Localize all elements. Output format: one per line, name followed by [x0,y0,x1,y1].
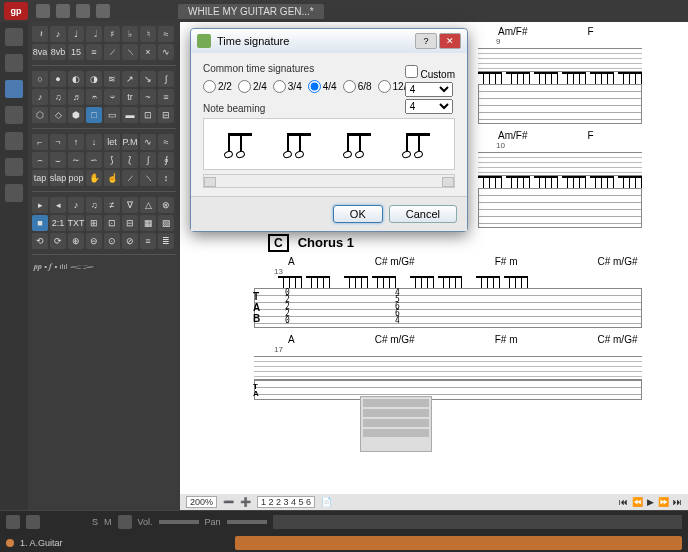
sig-option-3-4[interactable]: 3/4 [273,80,302,93]
tool-icon[interactable]: let [104,134,120,150]
add-track-icon[interactable] [6,515,20,529]
tool-icon[interactable]: ▭ [104,107,120,123]
toolbar-icon[interactable] [96,4,110,18]
tool-icon[interactable]: ⊕ [68,233,84,249]
tool-icon[interactable]: ♪ [50,26,66,42]
toolbar-icon[interactable] [76,4,90,18]
tool-icon[interactable]: ∿ [158,44,174,60]
cancel-button[interactable]: Cancel [389,205,457,223]
tool-icon[interactable]: ↗ [122,71,138,87]
tool-icon[interactable]: ⊡ [104,215,120,231]
tool-icon[interactable]: ⬡ [32,107,48,123]
tool-icon[interactable]: ↓ [86,134,102,150]
tool-icon[interactable]: △ [140,197,156,213]
tool-icon[interactable]: ♭ [122,26,138,42]
tool-icon[interactable]: TXT [68,215,84,231]
guitar-icon[interactable] [5,54,23,72]
sig-option-2-2[interactable]: 2/2 [203,80,232,93]
edit-icon[interactable] [5,80,23,98]
tool-icon[interactable]: 8vb [50,44,66,60]
sig-option-6-8[interactable]: 6/8 [343,80,372,93]
tool-icon[interactable]: ⊗ [158,197,174,213]
tool-icon[interactable]: ♪ [32,89,48,105]
tool-icon[interactable]: 2:1 [50,215,66,231]
tool-icon[interactable]: P.M [122,134,138,150]
sig-option-4-4[interactable]: 4/4 [308,80,337,93]
zoom-in-icon[interactable]: ➕ [240,497,251,507]
mute-label[interactable]: M [104,517,112,527]
zoom-percent[interactable]: 200% [186,496,217,508]
tool-icon[interactable]: 𝄑 [104,89,120,105]
tool-icon[interactable]: tr [122,89,138,105]
tool-icon[interactable]: ⊟ [122,215,138,231]
tool-icon[interactable]: ∫ [158,71,174,87]
tool-icon[interactable]: □ [86,107,102,123]
forward-icon[interactable]: ⏩ [658,497,669,507]
tool-icon[interactable]: ▬ [122,107,138,123]
ok-button[interactable]: OK [333,205,383,223]
tool-icon[interactable]: 𝄽 [32,26,48,42]
tool-icon[interactable]: ≣ [158,233,174,249]
tool-icon[interactable]: ≋ [104,71,120,87]
dialog-titlebar[interactable]: Time signature ? ✕ [191,29,467,53]
tool-icon[interactable]: ⊙ [104,233,120,249]
tool-icon[interactable]: ⟋ [122,170,138,186]
tool-icon[interactable]: ⟍ [140,170,156,186]
tool-icon[interactable]: ⊞ [86,215,102,231]
rewind-icon[interactable]: ⏪ [632,497,643,507]
help-icon[interactable]: ? [415,33,437,49]
toolbar-icon[interactable] [56,4,70,18]
tool-icon[interactable]: ▦ [140,215,156,231]
play-icon[interactable]: ▶ [647,497,654,507]
tool-icon[interactable]: slap [50,170,66,186]
tool-icon[interactable]: × [140,44,156,60]
toolbar-icon[interactable] [36,4,50,18]
tool-icon[interactable]: ■ [32,215,48,231]
tool-icon[interactable]: ◐ [68,71,84,87]
skip-back-icon[interactable]: ⏮ [619,497,628,507]
tool-icon[interactable]: ≡ [86,44,102,60]
tool-icon[interactable]: ∼ [68,152,84,168]
chord-icon[interactable] [5,132,23,150]
tool-icon[interactable]: ∇ [122,197,138,213]
sig-option-2-4[interactable]: 2/4 [238,80,267,93]
custom-checkbox[interactable]: Custom [405,69,455,80]
tool-icon[interactable]: ⊟ [158,107,174,123]
tool-icon[interactable]: ♫ [50,89,66,105]
tool-icon[interactable]: ⟲ [32,233,48,249]
close-icon[interactable]: ✕ [439,33,461,49]
mic-icon[interactable] [5,184,23,202]
tool-icon[interactable]: tap [32,170,48,186]
tool-icon[interactable]: ⟅ [122,152,138,168]
timeline-ruler[interactable] [273,515,682,529]
solo-label[interactable]: S [92,517,98,527]
tool-icon[interactable]: ≠ [104,197,120,213]
skip-fwd-icon[interactable]: ⏭ [673,497,682,507]
tool-icon[interactable]: ▸ [32,197,48,213]
tool-icon[interactable]: ∮ [158,152,174,168]
tool-icon[interactable]: ∫ [140,152,156,168]
tool-icon[interactable]: ♩ [68,26,84,42]
tool-icon[interactable]: ≈ [158,134,174,150]
tool-icon[interactable]: ◂ [50,197,66,213]
tool-icon[interactable]: ≡ [158,89,174,105]
tool-icon[interactable]: ○ [32,71,48,87]
note-icon[interactable] [5,28,23,46]
custom-numerator[interactable]: 4 [405,82,453,97]
beaming-scrollbar[interactable] [203,174,455,188]
tool-icon[interactable]: ↘ [140,71,156,87]
tool-icon[interactable]: ⊡ [140,107,156,123]
tool-icon[interactable]: 15 [68,44,84,60]
remove-track-icon[interactable] [26,515,40,529]
tool-icon[interactable]: ♫ [86,197,102,213]
amp-icon[interactable] [5,106,23,124]
tool-icon[interactable]: ⟳ [50,233,66,249]
tool-icon[interactable]: 𝄐 [86,89,102,105]
tool-icon[interactable]: ◇ [50,107,66,123]
tool-icon[interactable]: ~ [140,89,156,105]
track-name[interactable]: 1. A.Guitar [20,538,63,548]
tool-icon[interactable]: ♬ [68,89,84,105]
tool-icon[interactable]: ⊖ [86,233,102,249]
tool-icon[interactable]: ⟆ [104,152,120,168]
tool-icon[interactable]: ☝ [104,170,120,186]
